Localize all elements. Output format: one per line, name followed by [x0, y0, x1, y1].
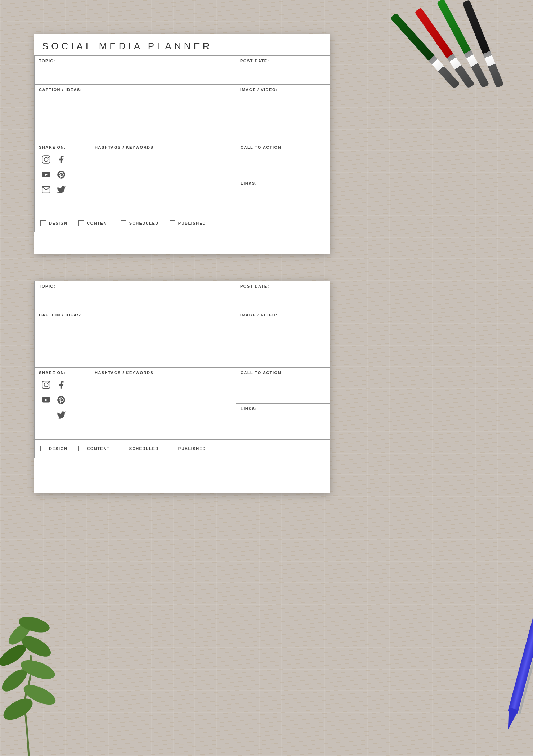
social-icons-grid-2 [39, 376, 86, 424]
calltoaction-cell-2: CALL TO ACTION: [236, 368, 330, 404]
right-split-cell-2: CALL TO ACTION: LINKS: [236, 368, 330, 439]
checkboxes-row: DESIGN CONTENT SCHEDULED PUBLISHED [35, 214, 330, 232]
published-label: PUBLISHED [178, 221, 206, 225]
planner-card-2: TOPIC: POST DATE: CAPTION / IDEAS: IMAGE… [34, 281, 330, 493]
content-checkbox-item-2[interactable]: CONTENT [78, 446, 110, 451]
published-checkbox-2[interactable] [170, 446, 175, 451]
caption-label: CAPTION / IDEAS: [39, 87, 231, 92]
plant-decoration [0, 576, 58, 756]
social-icons-grid [39, 151, 86, 198]
twitter-icon-2 [55, 409, 67, 421]
caption-row-2: CAPTION / IDEAS: IMAGE / VIDEO: [35, 310, 330, 368]
topic-label-2: TOPIC: [39, 284, 231, 288]
share-row-2: SHARE ON: [35, 368, 330, 440]
hashtags-label-2: HASHTAGS / KEYWORDS: [95, 370, 231, 375]
topic-label: TOPIC: [39, 59, 231, 63]
topic-row: TOPIC: POST DATE: [35, 56, 330, 85]
calltoaction-label: CALL TO ACTION: [241, 145, 325, 149]
topic-cell-2: TOPIC: [35, 281, 236, 310]
pen-body [508, 579, 533, 714]
share-row: SHARE ON: [35, 142, 330, 214]
svg-point-0 [0, 694, 36, 724]
links-label-2: LINKS: [241, 406, 325, 411]
design-checkbox[interactable] [40, 220, 46, 226]
pen-tip [503, 707, 519, 731]
design-label-2: DESIGN [49, 446, 67, 451]
links-cell-2: LINKS: [236, 404, 330, 439]
pinterest-icon [55, 169, 67, 180]
design-label: DESIGN [49, 221, 67, 225]
caption-label-2: CAPTION / IDEAS: [39, 313, 231, 317]
markers-decoration [382, 0, 533, 115]
planner-grid-1: TOPIC: POST DATE: CAPTION / IDEAS: IMAGE… [34, 55, 330, 232]
calltoaction-cell: CALL TO ACTION: [236, 142, 330, 178]
hashtags-cell-2: HASHTAGS / KEYWORDS: [90, 368, 236, 439]
scheduled-checkbox-item-2[interactable]: SCHEDULED [121, 446, 159, 451]
twitter-icon [55, 184, 67, 195]
pen-decoration [498, 560, 533, 734]
svg-point-15 [44, 383, 48, 387]
instagram-icon-2 [40, 379, 52, 391]
postdate-label: POST DATE: [240, 59, 325, 63]
email-icon [40, 184, 52, 195]
content-checkbox-item[interactable]: CONTENT [78, 220, 110, 226]
svg-rect-8 [42, 156, 50, 163]
imagevideo-cell-2: IMAGE / VIDEO: [236, 310, 330, 367]
svg-point-9 [44, 158, 48, 162]
postdate-label-2: POST DATE: [240, 284, 325, 288]
content-checkbox[interactable] [78, 220, 84, 226]
pinterest-icon-2 [55, 394, 67, 406]
shareon-label-2: SHARE ON: [39, 370, 86, 375]
links-cell: LINKS: [236, 178, 330, 214]
imagevideo-cell: IMAGE / VIDEO: [236, 85, 330, 142]
published-checkbox[interactable] [170, 220, 175, 226]
content-checkbox-2[interactable] [78, 446, 84, 451]
topic-row-2: TOPIC: POST DATE: [35, 281, 330, 310]
postdate-cell: POST DATE: [236, 56, 330, 84]
svg-rect-14 [42, 381, 50, 389]
imagevideo-label: IMAGE / VIDEO: [240, 87, 325, 92]
facebook-icon-2 [55, 379, 67, 391]
imagevideo-label-2: IMAGE / VIDEO: [240, 313, 325, 317]
content-label-2: CONTENT [87, 446, 110, 451]
facebook-icon [55, 154, 67, 165]
topic-cell: TOPIC: [35, 56, 236, 84]
planner-title: SOCIAL MEDIA PLANNER [34, 34, 330, 55]
caption-cell-2: CAPTION / IDEAS: [35, 310, 236, 367]
pen-clip [518, 603, 533, 715]
shareon-cell: SHARE ON: [35, 142, 90, 214]
published-checkbox-item[interactable]: PUBLISHED [170, 220, 206, 226]
planner-card-1: SOCIAL MEDIA PLANNER TOPIC: POST DATE: C… [34, 34, 330, 254]
scheduled-checkbox-2[interactable] [121, 446, 126, 451]
right-split-cell: CALL TO ACTION: LINKS: [236, 142, 330, 214]
hashtags-cell: HASHTAGS / KEYWORDS: [90, 142, 236, 214]
calltoaction-label-2: CALL TO ACTION: [241, 370, 325, 375]
shareon-cell-2: SHARE ON: [35, 368, 90, 439]
design-checkbox-2[interactable] [40, 446, 46, 451]
scheduled-label: SCHEDULED [129, 221, 159, 225]
youtube-icon [40, 169, 52, 180]
scheduled-checkbox-item[interactable]: SCHEDULED [121, 220, 159, 226]
checkboxes-row-2: DESIGN CONTENT SCHEDULED PUBLISHED [35, 440, 330, 458]
instagram-icon [40, 154, 52, 165]
scheduled-label-2: SCHEDULED [129, 446, 159, 451]
shareon-label: SHARE ON: [39, 145, 86, 149]
planner-grid-2: TOPIC: POST DATE: CAPTION / IDEAS: IMAGE… [34, 281, 330, 458]
hashtags-label: HASHTAGS / KEYWORDS: [95, 145, 231, 149]
postdate-cell-2: POST DATE: [236, 281, 330, 310]
scheduled-checkbox[interactable] [121, 220, 126, 226]
links-label: LINKS: [241, 181, 325, 185]
published-label-2: PUBLISHED [178, 446, 206, 451]
published-checkbox-item-2[interactable]: PUBLISHED [170, 446, 206, 451]
caption-row: CAPTION / IDEAS: IMAGE / VIDEO: [35, 85, 330, 142]
design-checkbox-item[interactable]: DESIGN [40, 220, 67, 226]
content-label: CONTENT [87, 221, 110, 225]
svg-point-10 [48, 157, 49, 158]
caption-cell: CAPTION / IDEAS: [35, 85, 236, 142]
youtube-icon-2 [40, 394, 52, 406]
svg-point-16 [48, 382, 49, 383]
design-checkbox-item-2[interactable]: DESIGN [40, 446, 67, 451]
